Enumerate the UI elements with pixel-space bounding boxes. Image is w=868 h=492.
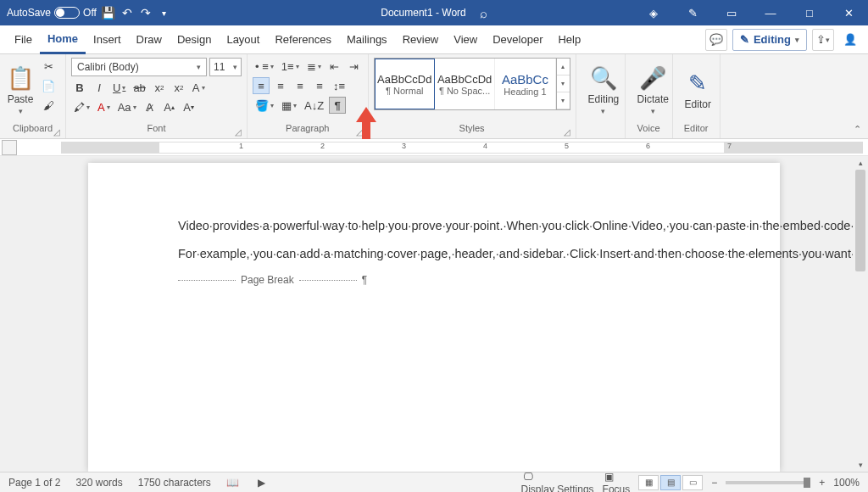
display-settings[interactable]: 🖵 Display Settings: [521, 470, 594, 493]
collapse-ribbon-icon[interactable]: ⌃: [854, 124, 861, 135]
ruler[interactable]: 1 2 3 4 5 6 7: [0, 139, 868, 156]
save-icon[interactable]: 💾: [102, 6, 115, 20]
subscript-button[interactable]: x2: [151, 79, 168, 96]
cut-icon[interactable]: ✂: [39, 58, 58, 75]
page[interactable]: Video·provides·a·powerful·way·to·help·yo…: [88, 163, 780, 472]
superscript-button[interactable]: x2: [170, 79, 187, 96]
web-layout-button[interactable]: ▭: [682, 475, 703, 490]
tab-draw[interactable]: Draw: [129, 25, 170, 54]
style-heading-1[interactable]: AaBbCc Heading 1: [495, 59, 555, 109]
search-icon[interactable]: ⌕: [480, 6, 487, 20]
borders-button[interactable]: ▦▾: [279, 97, 299, 114]
align-right-button[interactable]: ≡: [292, 77, 309, 94]
tab-home[interactable]: Home: [40, 25, 86, 54]
paragraph[interactable]: For·example,·you·can·add·a·matching·cove…: [178, 245, 690, 263]
decrease-indent-button[interactable]: ⇤: [326, 58, 343, 75]
change-case-button[interactable]: Aa▾: [115, 98, 139, 115]
dialog-launcher-icon[interactable]: ◿: [564, 127, 570, 137]
focus-mode[interactable]: ▣ Focus: [603, 470, 631, 493]
editing-find-button[interactable]: 🔍 Editing ▾: [581, 58, 626, 122]
autosave-switch[interactable]: [54, 7, 80, 19]
macro-icon[interactable]: ▶: [255, 476, 269, 489]
maximize-button[interactable]: □: [790, 0, 829, 25]
tab-view[interactable]: View: [446, 25, 485, 54]
tab-file[interactable]: File: [7, 25, 40, 54]
multilevel-list-button[interactable]: ≣▾: [304, 58, 324, 75]
account-icon[interactable]: 👤: [839, 29, 861, 51]
autosave-toggle[interactable]: AutoSave Off: [7, 7, 97, 19]
align-left-button[interactable]: ≡: [253, 77, 270, 94]
line-spacing-button[interactable]: ↕≡: [331, 77, 348, 94]
char-count[interactable]: 1750 characters: [138, 477, 211, 489]
strikethrough-button[interactable]: ab: [131, 79, 147, 96]
page-indicator[interactable]: Page 1 of 2: [8, 477, 60, 489]
text-effects-button[interactable]: A▾: [190, 79, 208, 96]
spellcheck-icon[interactable]: 📖: [226, 476, 240, 489]
font-size-combo[interactable]: 11▾: [209, 58, 242, 76]
numbering-button[interactable]: 1≡▾: [279, 58, 302, 75]
tab-developer[interactable]: Developer: [485, 25, 550, 54]
comments-icon[interactable]: 💬: [705, 29, 727, 51]
undo-icon[interactable]: ↶: [120, 6, 134, 20]
zoom-in-button[interactable]: +: [819, 477, 825, 489]
style-no-spacing[interactable]: AaBbCcDd ¶ No Spac...: [435, 59, 495, 109]
tab-review[interactable]: Review: [395, 25, 447, 54]
highlight-button[interactable]: 🖍▾: [71, 98, 92, 115]
ribbon-display-icon[interactable]: ▭: [712, 0, 751, 25]
read-mode-button[interactable]: ▦: [638, 475, 659, 490]
bullets-button[interactable]: • ≡▾: [253, 58, 276, 75]
tab-layout[interactable]: Layout: [219, 25, 267, 54]
style-normal[interactable]: AaBbCcDd ¶ Normal: [375, 59, 435, 109]
show-hide-marks-button[interactable]: ¶: [329, 97, 346, 114]
scroll-thumb[interactable]: [855, 170, 865, 271]
styles-gallery[interactable]: AaBbCcDd ¶ Normal AaBbCcDd ¶ No Spac... …: [374, 58, 570, 110]
vertical-scrollbar[interactable]: ▴ ▾: [853, 156, 868, 472]
tab-references[interactable]: References: [267, 25, 338, 54]
document-title: Document1 - Word: [381, 7, 465, 19]
font-color-button[interactable]: A▾: [95, 98, 113, 115]
shading-button[interactable]: 🪣▾: [253, 97, 276, 114]
tab-insert[interactable]: Insert: [86, 25, 129, 54]
editing-mode-button[interactable]: ✎ Editing ▾: [732, 29, 807, 51]
editor-button[interactable]: ✎ Editor: [678, 58, 718, 122]
zoom-out-button[interactable]: −: [711, 477, 717, 489]
increase-indent-button[interactable]: ⇥: [346, 58, 363, 75]
word-count[interactable]: 320 words: [75, 477, 122, 489]
shrink-font-button[interactable]: A▾: [181, 98, 198, 115]
scroll-up-icon[interactable]: ▴: [853, 156, 868, 170]
tab-help[interactable]: Help: [550, 25, 588, 54]
qat-customize-icon[interactable]: ▾: [158, 6, 171, 20]
italic-button[interactable]: I: [91, 79, 108, 96]
tab-mailings[interactable]: Mailings: [339, 25, 395, 54]
styles-scroll[interactable]: ▴▾▾: [556, 59, 570, 109]
align-center-button[interactable]: ≡: [272, 77, 289, 94]
share-icon[interactable]: ⇪▾: [812, 29, 834, 51]
print-layout-button[interactable]: ▤: [660, 475, 681, 490]
justify-button[interactable]: ≡: [311, 77, 328, 94]
underline-button[interactable]: U▾: [110, 79, 128, 96]
font-name-combo[interactable]: Calibri (Body)▾: [71, 58, 207, 76]
diamond-icon[interactable]: ◈: [634, 0, 673, 25]
close-button[interactable]: ✕: [829, 0, 868, 25]
grow-font-button[interactable]: A▴: [161, 98, 178, 115]
format-painter-icon[interactable]: 🖌: [39, 97, 58, 114]
redo-icon[interactable]: ↷: [139, 6, 153, 20]
paste-button[interactable]: 📋 Paste ▾: [5, 58, 36, 122]
scroll-down-icon[interactable]: ▾: [853, 458, 868, 472]
tab-design[interactable]: Design: [170, 25, 219, 54]
bold-button[interactable]: B: [71, 79, 88, 96]
zoom-slider[interactable]: [726, 481, 810, 484]
dialog-launcher-icon[interactable]: ◿: [53, 127, 60, 137]
wand-icon[interactable]: ✎: [673, 0, 712, 25]
minimize-button[interactable]: —: [751, 0, 790, 25]
dictate-button[interactable]: 🎤 Dictate ▾: [631, 58, 676, 122]
clear-formatting-button[interactable]: A̷: [142, 98, 159, 115]
copy-icon[interactable]: 📄: [39, 77, 58, 94]
document-area[interactable]: Video·provides·a·powerful·way·to·help·yo…: [0, 156, 868, 472]
dialog-launcher-icon[interactable]: ◿: [356, 127, 363, 137]
tab-selector[interactable]: [2, 140, 17, 155]
zoom-level[interactable]: 100%: [833, 477, 860, 489]
paragraph[interactable]: Video·provides·a·powerful·way·to·help·yo…: [178, 217, 690, 235]
dialog-launcher-icon[interactable]: ◿: [235, 127, 242, 137]
sort-button[interactable]: A↓Z: [302, 97, 326, 114]
